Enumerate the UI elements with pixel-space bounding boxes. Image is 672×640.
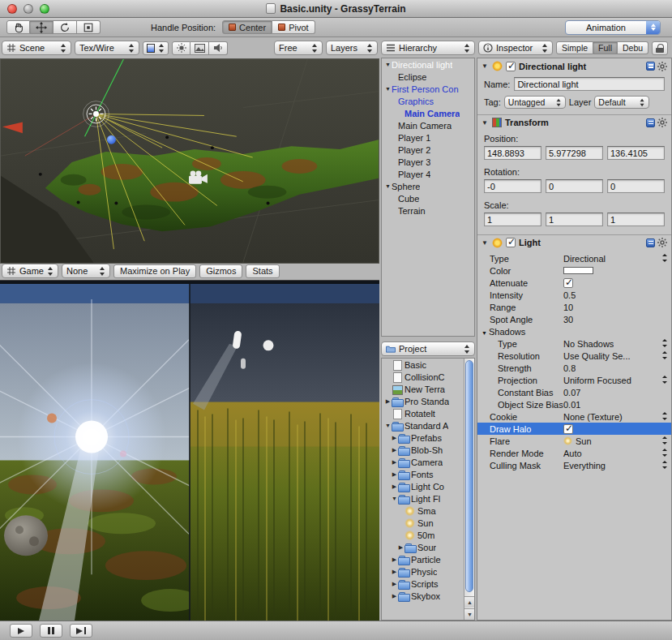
light-property-row[interactable]: Strength 0.8 bbox=[477, 362, 671, 374]
light-property-row[interactable]: Intensity 0.5 bbox=[477, 289, 671, 301]
expand-arrow-icon[interactable] bbox=[397, 544, 404, 551]
property-value[interactable]: No Shadows bbox=[563, 339, 671, 349]
camera-mode-dropdown[interactable]: Free bbox=[274, 41, 323, 55]
light-property-row[interactable]: Attenuate bbox=[477, 277, 671, 289]
expand-arrow-icon[interactable] bbox=[391, 581, 398, 587]
project-item[interactable]: Rotatelt bbox=[382, 407, 464, 419]
enabled-checkbox[interactable] bbox=[506, 238, 516, 247]
titlebar[interactable]: Basic.unity - GrassyTerrain bbox=[0, 0, 672, 18]
hierarchy-item[interactable]: Terrain bbox=[382, 204, 474, 217]
project-item[interactable]: Sun bbox=[382, 517, 464, 529]
active-checkbox[interactable] bbox=[506, 62, 516, 71]
property-value[interactable]: None (Texture) bbox=[563, 412, 671, 422]
hierarchy-item[interactable]: Cube bbox=[382, 192, 474, 204]
hand-tool-button[interactable] bbox=[6, 20, 30, 34]
center-button[interactable]: Center bbox=[222, 20, 272, 34]
maximize-on-play-button[interactable]: Maximize on Play bbox=[113, 264, 196, 278]
aspect-dropdown[interactable]: None bbox=[62, 264, 110, 278]
expand-arrow-icon[interactable] bbox=[391, 483, 398, 490]
foldout-arrow-icon[interactable]: ▼ bbox=[482, 119, 489, 127]
help-icon[interactable] bbox=[646, 62, 655, 71]
gear-icon[interactable] bbox=[657, 62, 667, 71]
hierarchy-item[interactable]: Graphics bbox=[382, 95, 474, 107]
light-property-row[interactable]: Resolution Use Quality Se... bbox=[477, 350, 671, 362]
expand-arrow-icon[interactable] bbox=[391, 496, 398, 501]
tag-dropdown[interactable]: Untagged bbox=[504, 96, 566, 109]
expand-arrow-icon[interactable] bbox=[391, 447, 398, 453]
move-tool-button[interactable] bbox=[30, 20, 54, 34]
draw-mode-dropdown[interactable]: Tex/Wire bbox=[75, 41, 139, 55]
light-property-row[interactable]: Flare Sun bbox=[477, 435, 671, 447]
full-mode-button[interactable]: Full bbox=[593, 41, 618, 54]
hierarchy-item[interactable]: Player 4 bbox=[382, 168, 474, 180]
scale-tool-button[interactable] bbox=[77, 20, 101, 34]
audio-toggle-button[interactable] bbox=[209, 41, 228, 55]
expand-arrow-icon[interactable] bbox=[391, 435, 398, 441]
hierarchy-tab[interactable]: Hierarchy bbox=[381, 41, 475, 55]
light-property-row[interactable]: Range 10 bbox=[477, 301, 671, 313]
foldout-arrow-icon[interactable]: ▼ bbox=[482, 239, 489, 247]
gameobject-header[interactable]: ▼ Directional light bbox=[477, 58, 671, 74]
expand-arrow-icon[interactable] bbox=[391, 593, 398, 599]
expand-arrow-icon[interactable] bbox=[384, 398, 392, 405]
scroll-down-button[interactable]: ▼ bbox=[464, 608, 475, 620]
lighting-toggle-button[interactable] bbox=[172, 41, 190, 55]
light-component-header[interactable]: ▼ Light bbox=[477, 234, 671, 250]
project-item[interactable]: Sour bbox=[382, 541, 464, 553]
light-property-row[interactable]: Type Directional bbox=[477, 252, 671, 264]
property-checkbox[interactable] bbox=[563, 424, 573, 434]
project-tab[interactable]: Project bbox=[381, 341, 475, 356]
project-item[interactable]: Skybox bbox=[382, 590, 464, 602]
close-button[interactable] bbox=[7, 4, 17, 14]
light-property-row[interactable]: Color bbox=[477, 264, 671, 277]
expand-arrow-icon[interactable] bbox=[391, 471, 398, 478]
project-item[interactable]: Pro Standa bbox=[382, 395, 464, 407]
help-icon[interactable] bbox=[646, 238, 655, 247]
property-value[interactable] bbox=[563, 267, 671, 274]
scrollbar-thumb[interactable] bbox=[465, 360, 473, 592]
rotation-z-input[interactable] bbox=[607, 179, 665, 193]
property-value[interactable]: 0.01 bbox=[563, 400, 671, 410]
light-property-row[interactable]: Object Size Bias 0.01 bbox=[477, 398, 671, 410]
scale-y-input[interactable] bbox=[546, 213, 603, 226]
hierarchy-item[interactable]: Main Camera bbox=[382, 107, 474, 119]
expand-arrow-icon[interactable] bbox=[391, 556, 398, 563]
project-item[interactable]: Scripts bbox=[382, 578, 464, 590]
hierarchy-item[interactable]: Player 2 bbox=[382, 144, 474, 156]
project-item[interactable]: Prefabs bbox=[382, 432, 464, 444]
scene-viewport[interactable] bbox=[0, 58, 379, 264]
zoom-button[interactable] bbox=[40, 4, 49, 14]
minimize-button[interactable] bbox=[24, 4, 33, 14]
project-item[interactable]: 50m bbox=[382, 529, 464, 541]
gear-icon[interactable] bbox=[657, 238, 667, 247]
color-swatch[interactable] bbox=[563, 267, 593, 274]
property-value[interactable]: Directional bbox=[563, 254, 671, 264]
project-item[interactable]: Light Fl bbox=[382, 492, 464, 505]
project-item[interactable]: Standard A bbox=[382, 419, 464, 432]
project-item[interactable]: Physic bbox=[382, 565, 464, 578]
position-z-input[interactable] bbox=[607, 146, 665, 160]
color-mode-button[interactable] bbox=[143, 41, 169, 55]
light-property-row[interactable]: Spot Angle 30 bbox=[477, 313, 671, 325]
light-property-row[interactable]: Render Mode Auto bbox=[477, 447, 671, 459]
skybox-fx-toggle-button[interactable] bbox=[190, 41, 209, 55]
transform-header[interactable]: ▼ Transform bbox=[477, 114, 671, 130]
project-item[interactable]: New Terra bbox=[382, 383, 464, 395]
position-x-input[interactable] bbox=[484, 146, 541, 160]
light-property-row[interactable]: Culling Mask Everything bbox=[477, 459, 671, 471]
project-item[interactable]: Fonts bbox=[382, 468, 464, 480]
lock-button[interactable] bbox=[652, 41, 668, 55]
project-item[interactable]: Basic bbox=[382, 359, 464, 371]
hierarchy-item[interactable]: Player 3 bbox=[382, 156, 474, 168]
expand-arrow-icon[interactable] bbox=[391, 569, 398, 575]
expand-arrow-icon[interactable] bbox=[384, 62, 392, 67]
light-property-row[interactable]: Draw Halo bbox=[477, 423, 671, 435]
scale-x-input[interactable] bbox=[484, 213, 541, 226]
light-property-row[interactable]: Projection Uniform Focused bbox=[477, 374, 671, 386]
layer-dropdown[interactable]: Default bbox=[594, 96, 649, 109]
property-value[interactable]: Everything bbox=[563, 461, 671, 470]
property-value[interactable]: Auto bbox=[563, 449, 671, 458]
name-input[interactable] bbox=[514, 77, 665, 91]
hierarchy-item[interactable]: Directional light bbox=[382, 58, 474, 71]
expand-arrow-icon[interactable] bbox=[384, 423, 392, 428]
